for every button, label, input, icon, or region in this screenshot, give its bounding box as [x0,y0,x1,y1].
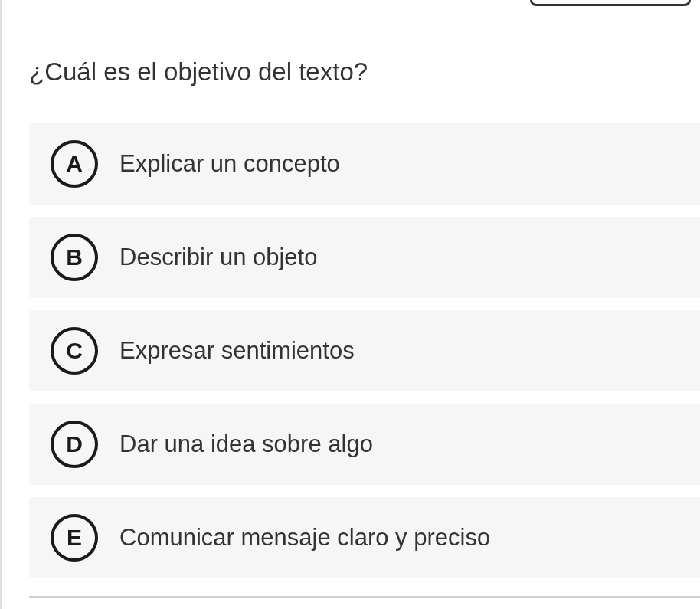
option-text-a: Explicar un concepto [119,150,340,178]
option-e[interactable]: E Comunicar mensaje claro y preciso [29,497,700,578]
option-text-b: Describir un objeto [119,244,317,271]
option-text-d: Dar una idea sobre algo [119,431,373,458]
option-letter-d: D [51,421,98,468]
option-text-e: Comunicar mensaje claro y preciso [119,524,490,552]
bottom-divider [29,596,700,598]
top-button-fragment [530,0,691,6]
question-text: ¿Cuál es el objetivo del texto? [29,57,700,87]
question-content: ¿Cuál es el objetivo del texto? A Explic… [2,0,700,578]
options-list: A Explicar un concepto B Describir un ob… [29,123,700,578]
option-letter-a: A [51,140,98,188]
option-c[interactable]: C Expresar sentimientos [29,310,700,391]
option-b[interactable]: B Describir un objeto [29,217,700,298]
option-letter-e: E [51,514,98,562]
option-a[interactable]: A Explicar un concepto [29,123,700,205]
option-d[interactable]: D Dar una idea sobre algo [29,404,700,485]
option-text-c: Expresar sentimientos [119,337,355,365]
option-letter-c: C [51,327,98,375]
option-letter-b: B [51,234,98,281]
